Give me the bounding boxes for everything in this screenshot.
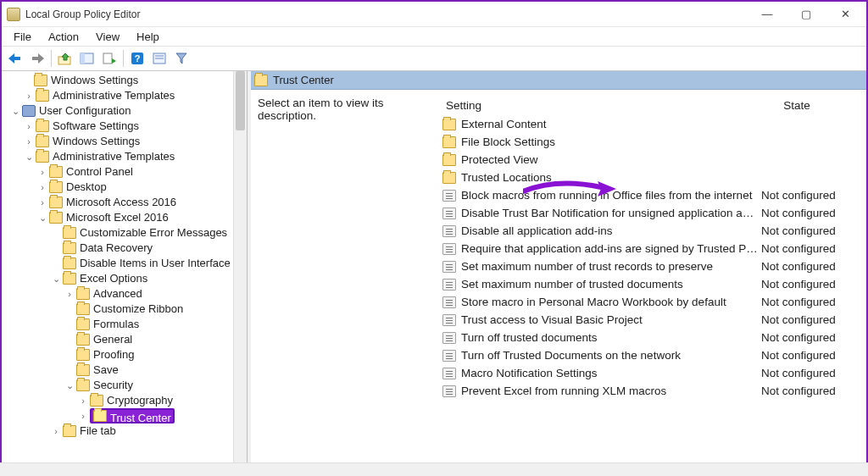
expand-icon[interactable]: ›	[76, 393, 90, 408]
tree-item[interactable]: Disable Items in User Interface	[2, 256, 247, 271]
svg-rect-0	[14, 57, 20, 60]
show-hide-tree-button[interactable]	[77, 49, 97, 68]
tree-item[interactable]: ›Control Panel	[2, 164, 247, 180]
list-policy[interactable]: Set maximum number of trusted documentsN…	[442, 275, 863, 293]
item-name: Turn off Trusted Documents on the networ…	[461, 346, 758, 364]
tree-item[interactable]: Customizable Error Messages	[2, 225, 247, 241]
list-columns[interactable]: Setting State	[442, 97, 863, 115]
collapse-icon[interactable]: ⌄	[36, 210, 49, 225]
tree-item[interactable]: ›Desktop	[2, 180, 247, 195]
help-button[interactable]: ?	[127, 49, 147, 68]
item-state: Not configured	[758, 382, 839, 400]
folder-icon	[76, 288, 90, 300]
filter-button[interactable]	[171, 49, 192, 68]
list-folder[interactable]: Protected View	[442, 151, 863, 169]
menu-view[interactable]: View	[87, 29, 128, 45]
list-policy[interactable]: Disable Trust Bar Notification for unsig…	[442, 204, 863, 222]
minimize-button[interactable]: —	[748, 3, 787, 26]
menu-file[interactable]: File	[5, 29, 40, 45]
toolbar: ?	[2, 46, 866, 71]
app-icon	[7, 8, 20, 21]
tree-item[interactable]: Windows Settings	[2, 73, 247, 88]
tree-item[interactable]: Customize Ribbon	[2, 302, 247, 317]
tree-item[interactable]: ›Advanced	[2, 286, 247, 302]
item-state: Not configured	[758, 293, 839, 311]
tree-item[interactable]: General	[2, 332, 247, 347]
policy-icon	[442, 279, 456, 291]
expand-icon[interactable]: ›	[22, 88, 36, 103]
tree-item[interactable]: ›Software Settings	[2, 119, 247, 134]
folder-icon	[76, 334, 90, 346]
list-policy[interactable]: Macro Notification SettingsNot configure…	[442, 364, 863, 382]
list-policy[interactable]: Store macro in Personal Macro Workbook b…	[442, 293, 863, 311]
folder-icon	[63, 273, 76, 285]
tree-item[interactable]: ›Administrative Templates	[2, 88, 247, 103]
list-policy[interactable]: Prevent Excel from running XLM macrosNot…	[442, 382, 863, 400]
item-state: Not configured	[758, 364, 839, 382]
item-name: Prevent Excel from running XLM macros	[461, 382, 758, 400]
item-name: Macro Notification Settings	[461, 364, 758, 382]
expand-icon[interactable]: ›	[36, 164, 49, 180]
expand-icon[interactable]: ›	[49, 423, 63, 439]
list-policy[interactable]: Disable all application add-insNot confi…	[442, 222, 863, 240]
expand-icon[interactable]: ›	[22, 134, 36, 149]
expand-icon[interactable]: ›	[36, 180, 49, 195]
list-folder[interactable]: Trusted Locations	[442, 169, 863, 186]
menu-action[interactable]: Action	[40, 29, 87, 45]
expand-icon[interactable]: ›	[36, 195, 49, 210]
svg-rect-5	[103, 53, 112, 64]
tree-item[interactable]: Data Recovery	[2, 241, 247, 256]
titlebar[interactable]: Local Group Policy Editor — ▢ ✕	[2, 2, 866, 27]
policy-icon	[442, 261, 456, 273]
tree-item[interactable]: Proofing	[2, 347, 247, 363]
list-folder[interactable]: External Content	[442, 115, 863, 133]
list-policy[interactable]: Block macros from running in Office file…	[442, 186, 863, 204]
item-name: Disable all application add-ins	[461, 222, 758, 240]
list-folder[interactable]: File Block Settings	[442, 133, 863, 151]
tree-item-selected[interactable]: ›Trust Center	[2, 408, 247, 423]
up-level-button[interactable]	[55, 49, 75, 68]
tree-item[interactable]: ⌄Excel Options	[2, 271, 247, 286]
policy-icon	[442, 332, 456, 344]
policy-icon	[442, 296, 456, 308]
item-name: Protected View	[461, 151, 758, 169]
properties-button[interactable]	[149, 49, 170, 68]
item-name: Block macros from running in Office file…	[461, 186, 758, 204]
expand-icon[interactable]: ›	[63, 286, 76, 302]
collapse-icon[interactable]: ⌄	[63, 378, 76, 393]
expand-icon[interactable]: ›	[76, 408, 90, 423]
tree-item[interactable]: Save	[2, 363, 247, 378]
horizontal-scrollbar[interactable]	[0, 462, 868, 476]
list-policy[interactable]: Turn off Trusted Documents on the networ…	[442, 346, 863, 364]
folder-icon	[36, 136, 49, 147]
back-button[interactable]	[5, 49, 25, 68]
list-policy[interactable]: Trust access to Visual Basic ProjectNot …	[442, 311, 863, 329]
close-button[interactable]: ✕	[826, 3, 865, 26]
tree-scrollbar[interactable]	[233, 71, 247, 474]
tree-item[interactable]: ⌄Security	[2, 378, 247, 393]
folder-icon	[442, 172, 456, 184]
col-state[interactable]: State	[756, 99, 837, 112]
list-policy[interactable]: Require that application add-ins are sig…	[442, 240, 863, 257]
col-setting[interactable]: Setting	[442, 99, 756, 112]
folder-icon	[93, 410, 107, 422]
tree-item[interactable]: ›File tab	[2, 423, 247, 439]
forward-button[interactable]	[27, 49, 47, 68]
tree-item[interactable]: ⌄User Configuration	[2, 103, 247, 119]
tree-item[interactable]: ›Microsoft Access 2016	[2, 195, 247, 210]
tree-item[interactable]: ⌄Administrative Templates	[2, 149, 247, 164]
expand-icon[interactable]: ›	[22, 119, 36, 134]
list-policy[interactable]: Set maximum number of trust records to p…	[442, 257, 863, 275]
collapse-icon[interactable]: ⌄	[8, 103, 22, 119]
menu-help[interactable]: Help	[128, 29, 168, 45]
tree-item[interactable]: ›Windows Settings	[2, 134, 247, 149]
tree-item[interactable]: ›Cryptography	[2, 393, 247, 408]
collapse-icon[interactable]: ⌄	[49, 271, 63, 286]
maximize-button[interactable]: ▢	[787, 3, 826, 26]
item-name: Store macro in Personal Macro Workbook b…	[461, 293, 758, 311]
tree-item[interactable]: ⌄Microsoft Excel 2016	[2, 210, 247, 225]
list-policy[interactable]: Turn off trusted documentsNot configured	[442, 329, 863, 346]
tree-item[interactable]: Formulas	[2, 317, 247, 332]
collapse-icon[interactable]: ⌄	[22, 149, 36, 164]
export-list-button[interactable]	[99, 49, 120, 68]
